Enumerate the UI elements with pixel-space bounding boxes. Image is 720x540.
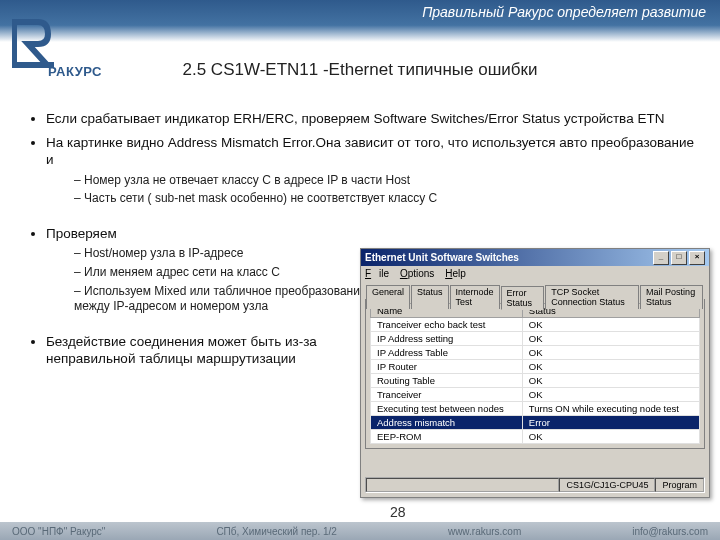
- bullet-2: На картинке видно Address Mismatch Error…: [46, 134, 696, 207]
- bullet-3: Проверяем Host/номер узла в IP-адресе Ил…: [46, 225, 386, 315]
- status-device: CS1G/CJ1G-CPU45: [559, 478, 655, 492]
- bullet-1: Если срабатывает индикатор ERH/ERC, пров…: [46, 110, 696, 128]
- status-empty: [366, 478, 559, 492]
- footer-company: ООО "НПФ" Ракурс": [12, 526, 105, 537]
- minimize-button[interactable]: _: [653, 251, 669, 265]
- dialog-statusbar: CS1G/CJ1G-CPU45 Program: [365, 477, 705, 493]
- bullet-3-sub-3: Используем Mixed или табличное преобразо…: [74, 284, 386, 315]
- table-row[interactable]: Tranceiver echo back testOK: [371, 318, 700, 332]
- tab-internode-test[interactable]: Internode Test: [450, 285, 500, 309]
- software-switches-dialog: Ethernet Unit Software Switches _ □ × Fi…: [360, 248, 710, 498]
- table-row[interactable]: EEP-ROMOK: [371, 430, 700, 444]
- slogan: Правильный Ракурс определяет развитие: [422, 4, 706, 20]
- company-logo: [12, 16, 54, 68]
- bullet-3-sub-2: Или меняем адрес сети на класс С: [74, 265, 386, 281]
- bullet-3-sub-1: Host/номер узла в IP-адресе: [74, 246, 386, 262]
- bullet-2-sub-2: Часть сети ( sub-net mask особенно) не с…: [74, 191, 696, 207]
- table-row[interactable]: TranceiverOK: [371, 388, 700, 402]
- bullet-2-sub-1: Номер узла не отвечает классу С в адресе…: [74, 173, 696, 189]
- close-button[interactable]: ×: [689, 251, 705, 265]
- tab-error-status[interactable]: Error Status: [501, 286, 545, 310]
- table-row[interactable]: Routing TableOK: [371, 374, 700, 388]
- bullet-4: Бездействие соединения может быть из-за …: [46, 333, 386, 368]
- menu-help[interactable]: Help: [445, 268, 466, 279]
- tab-tcp-socket-connection-status[interactable]: TCP Socket Connection Status: [545, 285, 639, 309]
- header-bar: Правильный Ракурс определяет развитие: [0, 0, 720, 42]
- tab-general[interactable]: General: [366, 285, 410, 309]
- table-row[interactable]: IP RouterOK: [371, 360, 700, 374]
- maximize-button[interactable]: □: [671, 251, 687, 265]
- footer-bar: ООО "НПФ" Ракурс" СПб, Химический пер. 1…: [0, 522, 720, 540]
- page-title: 2.5 CS1W-ETN11 -Ethernet типичные ошибки: [0, 60, 720, 80]
- error-status-grid[interactable]: Name Status Tranceiver echo back testOKI…: [370, 303, 700, 444]
- table-row[interactable]: IP Address settingOK: [371, 332, 700, 346]
- table-row[interactable]: Executing test between nodesTurns ON whi…: [371, 402, 700, 416]
- tab-panel: GeneralStatusInternode TestError StatusT…: [365, 299, 705, 449]
- tab-mail-posting-status[interactable]: Mail Posting Status: [640, 285, 703, 309]
- table-row[interactable]: IP Address TableOK: [371, 346, 700, 360]
- tab-status[interactable]: Status: [411, 285, 449, 309]
- page-number: 28: [390, 504, 406, 520]
- status-mode: Program: [655, 478, 704, 492]
- footer-email: info@rakurs.com: [632, 526, 708, 537]
- table-row[interactable]: Address mismatchError: [371, 416, 700, 430]
- footer-address: СПб, Химический пер. 1/2: [216, 526, 337, 537]
- brand-text: РАКУРС: [48, 64, 102, 79]
- menu-file[interactable]: File: [365, 268, 389, 279]
- dialog-title: Ethernet Unit Software Switches: [365, 249, 519, 266]
- footer-url: www.rakurs.com: [448, 526, 521, 537]
- menu-options[interactable]: Options: [400, 268, 434, 279]
- dialog-menubar: File Options Help: [361, 266, 709, 281]
- dialog-titlebar[interactable]: Ethernet Unit Software Switches _ □ ×: [361, 249, 709, 266]
